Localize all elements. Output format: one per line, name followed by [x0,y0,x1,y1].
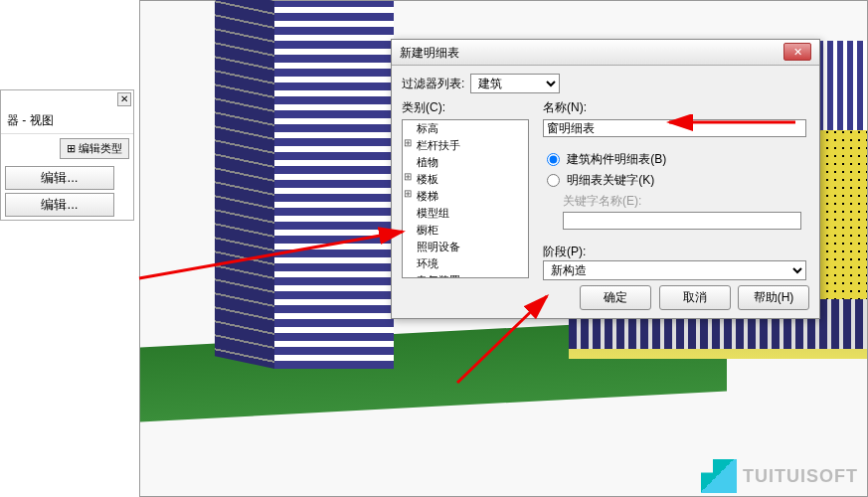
cancel-button[interactable]: 取消 [659,285,731,310]
category-label: 类别(C): [402,99,531,116]
watermark: TUITUISOFT [697,459,858,493]
tree-item[interactable]: 橱柜 [403,222,528,239]
watermark-text: TUITUISOFT [743,466,858,487]
edit-button-1[interactable]: 编辑... [5,166,114,190]
radio-keyword-input[interactable] [547,174,560,187]
tree-item[interactable]: 照明设备 [403,239,528,255]
keyword-name-label: 关键字名称(E): [563,193,809,210]
panel-title: 器 - 视图 [1,108,133,134]
dialog-title: 新建明细表 [400,40,459,65]
keyword-name-input [563,212,801,230]
watermark-logo-icon [697,459,737,493]
radio-keyword-schedule[interactable]: 明细表关键字(K) [547,173,654,187]
dialog-close-button[interactable]: ✕ [783,43,811,61]
filter-select[interactable]: 建筑 [470,74,560,93]
help-button[interactable]: 帮助(H) [738,285,809,310]
edit-type-button[interactable]: ⊞ 编辑类型 [60,138,129,159]
ok-button[interactable]: 确定 [580,285,651,310]
building-tower [274,1,394,369]
radio-component-schedule[interactable]: 建筑构件明细表(B) [547,152,666,166]
tree-item[interactable]: 电气装置 [403,272,528,278]
radio-component-input[interactable] [547,153,560,166]
name-input[interactable] [543,119,806,137]
name-label: 名称(N): [543,99,809,116]
tree-item[interactable]: 环境 [403,255,528,272]
filter-label: 过滤器列表: [402,76,464,92]
tree-item[interactable]: 模型组 [403,205,528,222]
tree-item[interactable]: 楼板 [403,171,528,188]
tree-item[interactable]: 栏杆扶手 [403,137,528,154]
properties-panel: ✕ 器 - 视图 ⊞ 编辑类型 编辑... 编辑... [0,89,134,221]
tree-item[interactable]: 标高 [403,120,528,137]
close-icon[interactable]: ✕ [117,92,131,106]
phase-label: 阶段(P): [543,244,809,260]
grid-icon: ⊞ [67,142,76,154]
edit-button-2[interactable]: 编辑... [5,193,114,217]
phase-select[interactable]: 新构造 [543,260,806,280]
category-tree[interactable]: 标高栏杆扶手植物楼板楼梯模型组橱柜照明设备环境电气装置电气设备窗组成部分结构柱框 [402,119,529,278]
tree-item[interactable]: 楼梯 [403,188,528,205]
tree-item[interactable]: 植物 [403,154,528,171]
new-schedule-dialog: 新建明细表 ✕ 过滤器列表: 建筑 类别(C): 标高栏杆扶手植物楼板楼梯模型组… [391,39,820,319]
